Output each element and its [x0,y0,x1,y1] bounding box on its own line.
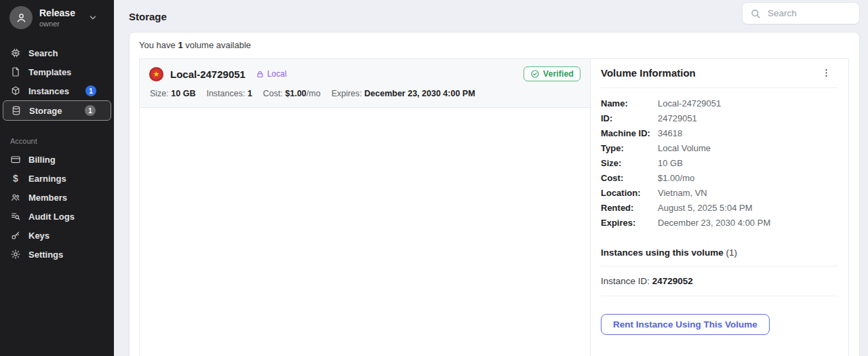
info-field-expires: Expires:December 23, 2030 4:00 PM [601,216,838,231]
verified-label: Verified [543,69,574,79]
sidebar-item-label: Billing [28,155,56,165]
volume-details-row: Size: 10 GB Instances: 1 Cost: $1.00/mo … [149,89,580,98]
sidebar-item-label: Search [28,48,58,58]
volume-info-panel: Volume Information Name:Local-24729051 I… [590,59,848,356]
instances-count-badge: 1 [85,85,96,96]
divider [601,296,838,296]
sidebar-item-instances[interactable]: Instances 1 [0,81,114,100]
chevron-down-icon[interactable] [88,13,98,22]
dollar-icon: $ [10,173,21,184]
volume-cost: Cost: $1.00/mo [263,89,321,98]
volume-row[interactable]: ★ Local-24729051 Local Veri [140,59,590,108]
volume-instances: Instances: 1 [206,89,252,98]
instances-using-count: (1) [726,248,738,258]
gear-icon [10,249,21,260]
rent-instance-button[interactable]: Rent Instance Using This Volume [601,314,770,335]
local-tag-label: Local [267,69,287,79]
sidebar-item-keys[interactable]: Keys [0,226,114,245]
storage-card: You have 1 volume available ★ Local-2472… [129,32,860,356]
page-title: Storage [129,11,167,22]
info-field-size: Size:10 GB [601,156,838,171]
sidebar-item-label: Keys [28,231,50,241]
workspace-avatar [9,6,33,29]
instance-id-row: Instance ID: 24729052 [601,275,838,288]
vietnam-flag-icon: ★ [149,67,163,81]
storage-count-badge: 1 [85,105,96,116]
sidebar-item-billing[interactable]: Billing [0,150,114,169]
list-search-icon [10,211,21,222]
sidebar-item-earnings[interactable]: $ Earnings [0,169,114,188]
account-nav: Billing $ Earnings Members Audit Logs Ke… [0,150,114,264]
kebab-menu-icon[interactable] [821,68,831,78]
people-icon [10,192,21,203]
volume-size: Size: 10 GB [150,89,195,98]
volume-count: 1 [178,40,182,50]
sidebar-item-search[interactable]: Search [0,43,114,62]
info-panel-title: Volume Information [601,67,696,79]
divider [601,266,838,266]
instance-id-value: 24729052 [652,276,693,286]
workspace-role: owner [39,20,75,28]
database-icon [11,105,22,116]
sidebar-item-members[interactable]: Members [0,188,114,207]
sidebar-item-label: Templates [28,67,71,77]
sidebar-item-storage[interactable]: Storage 1 [3,100,111,121]
search-icon [750,8,761,19]
info-field-location: Location:Vietnam, VN [601,186,838,201]
workspace-name: Release [39,7,75,18]
sidebar-item-label: Storage [29,106,62,116]
info-field-type: Type:Local Volume [601,141,838,156]
document-icon [10,66,21,77]
local-tag: Local [256,69,287,79]
key-icon [10,230,21,241]
info-field-id: ID:24729051 [601,111,838,126]
sidebar-item-label: Members [28,193,67,203]
volume-expires: Expires: December 23, 2030 4:00 PM [332,89,475,98]
person-icon [15,12,28,24]
account-section-label: Account [0,137,114,145]
lock-icon [256,70,264,79]
volume-detail-container: ★ Local-24729051 Local Veri [139,58,849,356]
info-field-name: Name:Local-24729051 [601,96,838,111]
chip-icon [10,47,21,58]
check-circle-icon [530,69,540,79]
sidebar-item-audit-logs[interactable]: Audit Logs [0,207,114,226]
verified-badge: Verified [524,66,580,81]
search-input[interactable] [766,7,852,19]
info-field-rented: Rented:August 5, 2025 5:04 PM [601,201,838,216]
divider [601,87,838,88]
info-field-machine-id: Machine ID:34618 [601,126,838,141]
sidebar-item-templates[interactable]: Templates [0,62,114,81]
credit-card-icon [10,154,21,165]
volume-list: ★ Local-24729051 Local Veri [140,59,590,356]
sidebar-item-label: Instances [28,86,69,96]
global-search[interactable] [742,2,860,24]
info-field-cost: Cost:$1.00/mo [601,171,838,186]
main-content: Storage You have 1 volume available ★ Lo… [114,0,868,356]
sidebar-nav: Search Templates Instances 1 Storage 1 [0,43,114,121]
volume-summary: You have 1 volume available [130,33,859,58]
sidebar-item-settings[interactable]: Settings [0,245,114,264]
sidebar-item-label: Settings [28,250,63,260]
cube-icon [10,85,21,96]
instances-using-heading: Instances using this volume (1) [601,248,838,258]
sidebar-item-label: Audit Logs [28,212,75,222]
sidebar: Release owner Search Templates Instances… [0,0,114,356]
workspace-switcher[interactable]: Release owner [0,0,114,35]
volume-name: Local-24729051 [170,68,245,80]
sidebar-item-label: Earnings [28,174,66,184]
